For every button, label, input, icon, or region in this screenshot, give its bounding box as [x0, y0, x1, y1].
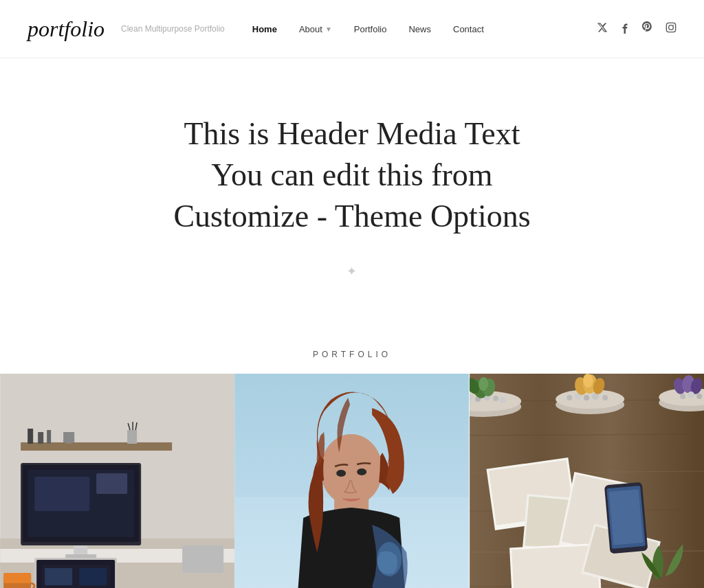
nav-contact[interactable]: Contact: [453, 24, 484, 34]
pinterest-icon[interactable]: [642, 21, 652, 36]
nav-about[interactable]: About ▼: [299, 24, 332, 34]
nav-portfolio[interactable]: Portfolio: [354, 24, 387, 34]
svg-point-75: [680, 394, 685, 399]
svg-point-63: [584, 395, 589, 400]
portfolio-label: PORTFOLIO: [313, 350, 391, 359]
svg-rect-11: [63, 432, 74, 442]
svg-rect-7: [28, 429, 33, 444]
svg-point-76: [688, 392, 694, 398]
nav-news[interactable]: News: [408, 24, 431, 34]
svg-rect-26: [45, 568, 72, 585]
svg-rect-27: [79, 568, 107, 585]
svg-rect-32: [182, 545, 223, 573]
svg-point-38: [336, 470, 346, 477]
svg-point-65: [602, 395, 608, 400]
hero-ornament: ✦: [28, 264, 676, 279]
portfolio-section: PORTFOLIO: [0, 320, 704, 374]
svg-rect-0: [666, 23, 675, 32]
svg-point-37: [320, 434, 382, 506]
svg-rect-9: [47, 430, 51, 444]
svg-rect-30: [3, 573, 31, 583]
site-tagline: Clean Multipurpose Portfolio: [121, 24, 225, 34]
svg-rect-19: [34, 477, 89, 511]
portfolio-item-flatlay[interactable]: [470, 374, 704, 588]
social-links: [597, 21, 676, 36]
svg-point-2: [673, 25, 674, 25]
svg-point-53: [493, 396, 498, 401]
hero-text: This is Header Media Text You can edit t…: [111, 113, 593, 236]
svg-point-61: [566, 395, 572, 400]
portfolio-item-workspace[interactable]: NESCAFÉ: [0, 374, 234, 588]
svg-rect-21: [74, 545, 87, 556]
twitter-icon[interactable]: [597, 22, 608, 36]
svg-rect-22: [65, 554, 96, 558]
svg-rect-90: [608, 490, 643, 545]
main-nav: Home About ▼ Portfolio News Contact: [252, 24, 597, 34]
svg-rect-20: [96, 473, 127, 494]
portfolio-item-person[interactable]: [234, 374, 469, 588]
svg-point-54: [499, 396, 506, 403]
svg-rect-12: [127, 430, 137, 444]
portfolio-grid: NESCAFÉ: [0, 374, 704, 588]
svg-rect-8: [38, 432, 43, 444]
site-logo[interactable]: portfolio: [28, 16, 104, 42]
facebook-icon[interactable]: [622, 21, 628, 36]
site-header: portfolio Clean Multipurpose Portfolio H…: [0, 0, 704, 58]
chevron-down-icon: ▼: [325, 25, 332, 33]
svg-point-39: [357, 468, 366, 475]
nav-home[interactable]: Home: [252, 24, 277, 34]
hero-section: This is Header Media Text You can edit t…: [0, 58, 704, 320]
svg-point-1: [669, 25, 674, 30]
svg-point-77: [696, 394, 702, 399]
instagram-icon[interactable]: [666, 22, 676, 36]
